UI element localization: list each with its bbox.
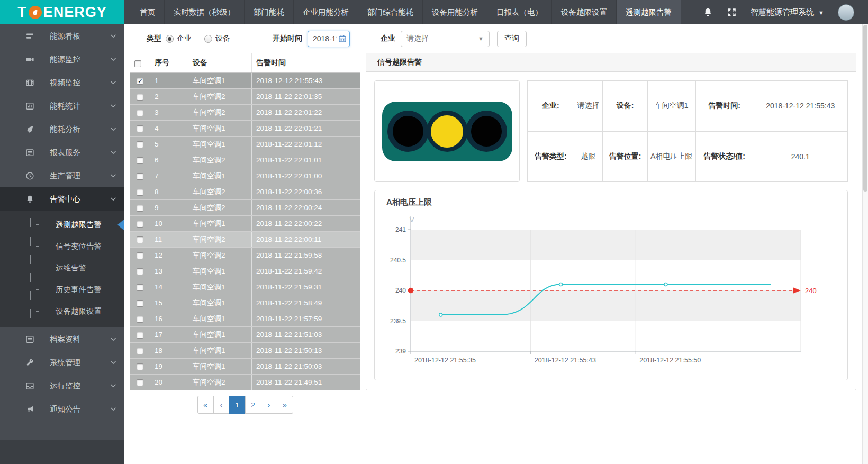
table-row-17[interactable]: 17车间空调12018-11-22 21:51:03: [130, 327, 360, 343]
sidebar-item-4[interactable]: 能耗统计: [0, 94, 124, 117]
sidebar-item-1[interactable]: 能源看板: [0, 24, 124, 48]
scrollbar-thumb[interactable]: [863, 25, 867, 192]
table-row-11[interactable]: 11车间空调22018-11-22 22:00:11: [130, 232, 360, 248]
row-checkbox[interactable]: [137, 173, 143, 180]
cell-device: 车间空调1: [188, 137, 252, 152]
type-radio-1[interactable]: [166, 35, 174, 43]
row-checkbox[interactable]: [137, 125, 143, 132]
type-radio-2[interactable]: [204, 35, 212, 43]
nav-item-4[interactable]: 企业用能分析: [294, 0, 358, 24]
table-row-16[interactable]: 16车间空调12018-11-22 21:57:59: [130, 311, 360, 327]
row-checkbox[interactable]: [137, 110, 143, 116]
logo-text-t: T: [17, 4, 27, 21]
sidebar-item-9[interactable]: 档案资料: [0, 327, 124, 351]
row-checkbox[interactable]: [137, 379, 143, 386]
sidebar-item-5[interactable]: 能耗分析: [0, 117, 124, 141]
cell-device: 车间空调2: [188, 248, 252, 263]
table-row-19[interactable]: 19车间空调12018-11-22 21:50:03: [130, 359, 360, 375]
row-checkbox[interactable]: [137, 268, 143, 275]
nav-item-2[interactable]: 实时数据（秒级）: [165, 0, 245, 24]
cell-no: 17: [150, 327, 188, 343]
table-row-18[interactable]: 18车间空调12018-11-22 21:50:13: [130, 343, 360, 359]
table-row-14[interactable]: 14车间空调12018-11-22 21:59:31: [130, 279, 360, 295]
nav-item-7[interactable]: 日报表（电）: [487, 0, 552, 24]
table-row-12[interactable]: 12车间空调22018-11-22 21:59:58: [130, 248, 360, 263]
sidebar-item-3[interactable]: 视频监控: [0, 71, 124, 94]
table-row-13[interactable]: 13车间空调12018-11-22 21:59:42: [130, 263, 360, 279]
type-radio-label: 设备: [215, 34, 230, 43]
nav-item-1[interactable]: 首页: [131, 0, 165, 24]
sidebar-subitem-4[interactable]: 历史事件告警: [0, 279, 124, 301]
system-title-dropdown[interactable]: 智慧能源管理系统 ▼: [751, 7, 824, 17]
page-button-‹[interactable]: ‹: [213, 396, 230, 414]
sidebar-subitem-2[interactable]: 信号变位告警: [0, 235, 124, 257]
sidebar-item-11[interactable]: 运行监控: [0, 374, 124, 397]
sidebar-subitem-1[interactable]: 遥测越限告警: [0, 214, 124, 235]
sidebar-item-6[interactable]: 报表服务: [0, 141, 124, 164]
table-row-20[interactable]: 20车间空调22018-11-22 21:49:51: [130, 375, 360, 390]
table-row-15[interactable]: 15车间空调12018-11-22 21:58:49: [130, 295, 360, 311]
sidebar-subitem-3[interactable]: 运维告警: [0, 257, 124, 279]
sidebar-item-label: 能耗统计: [50, 101, 80, 111]
table-row-2[interactable]: 2车间空调22018-11-22 22:01:35: [130, 89, 360, 105]
table-row-6[interactable]: 6车间空调22018-11-22 22:01:01: [130, 152, 360, 168]
select-all-checkbox[interactable]: [134, 60, 141, 67]
fullscreen-icon[interactable]: [727, 7, 737, 17]
row-checkbox[interactable]: [137, 94, 143, 101]
page-button-1[interactable]: 1: [229, 396, 246, 414]
sidebar-item-12[interactable]: 通知公告: [0, 397, 124, 421]
sidebar-item-7[interactable]: 生产管理: [0, 164, 124, 187]
sidebar-item-10[interactable]: 系统管理: [0, 351, 124, 374]
sidebar-item-8[interactable]: 告警中心: [0, 187, 124, 211]
cell-device: 车间空调2: [188, 152, 252, 168]
row-checkbox[interactable]: [137, 236, 143, 243]
table-row-3[interactable]: 3车间空调22018-11-22 22:01:22: [130, 105, 360, 121]
enterprise-select[interactable]: 请选择 ▼: [401, 31, 490, 47]
page-button-›[interactable]: ›: [261, 396, 277, 414]
user-avatar[interactable]: [838, 4, 854, 21]
row-checkbox[interactable]: [137, 284, 143, 291]
logo[interactable]: T ENERGY: [0, 0, 124, 24]
page-button-»[interactable]: »: [277, 396, 293, 414]
enterprise-filter-label: 企业: [381, 34, 395, 43]
cell-time: 2018-11-22 21:50:13: [252, 343, 360, 359]
row-checkbox[interactable]: [137, 221, 143, 228]
notification-bell-icon[interactable]: [703, 7, 713, 17]
logo-text-energy: ENERGY: [43, 4, 107, 21]
table-row-1[interactable]: 1车间空调12018-12-12 21:55:43: [130, 73, 360, 89]
cell-device: 车间空调1: [188, 343, 252, 359]
page-button-2[interactable]: 2: [245, 396, 261, 414]
table-row-9[interactable]: 9车间空调22018-11-22 22:00:24: [130, 200, 360, 216]
row-checkbox[interactable]: [137, 300, 143, 307]
row-checkbox[interactable]: [137, 252, 143, 259]
table-row-4[interactable]: 4车间空调12018-11-22 22:01:21: [130, 121, 360, 137]
query-button[interactable]: 查询: [497, 31, 527, 47]
page-button-«[interactable]: «: [197, 396, 214, 414]
row-checkbox[interactable]: [137, 363, 143, 370]
nav-item-6[interactable]: 设备用能分析: [423, 0, 487, 24]
row-checkbox[interactable]: [137, 348, 143, 354]
table-row-8[interactable]: 8车间空调22018-11-22 22:00:36: [130, 184, 360, 200]
row-checkbox[interactable]: [137, 332, 143, 339]
info-value: 请选择: [574, 81, 602, 132]
row-checkbox[interactable]: [137, 141, 143, 148]
sidebar-subitem-5[interactable]: 设备越限设置: [0, 301, 124, 322]
nav-item-5[interactable]: 部门综合能耗: [358, 0, 423, 24]
chevron-down-icon: [110, 195, 117, 203]
table-row-10[interactable]: 10车间空调12018-11-22 22:00:22: [130, 216, 360, 232]
row-checkbox[interactable]: [137, 157, 143, 164]
vertical-scrollbar[interactable]: [862, 24, 868, 464]
calendar-icon[interactable]: [338, 34, 347, 43]
row-checkbox[interactable]: [137, 205, 143, 212]
nav-item-3[interactable]: 部门能耗: [245, 0, 294, 24]
table-row-7[interactable]: 7车间空调12018-11-22 22:01:00: [130, 168, 360, 184]
row-checkbox[interactable]: [137, 78, 143, 85]
nav-item-9[interactable]: 遥测越限告警: [617, 0, 681, 24]
sidebar-item-2[interactable]: 能源监控: [0, 48, 124, 71]
energy-stats-icon: [24, 101, 35, 111]
nav-item-8[interactable]: 设备越限设置: [552, 0, 617, 24]
chevron-down-icon: [110, 32, 117, 40]
row-checkbox[interactable]: [137, 316, 143, 323]
row-checkbox[interactable]: [137, 189, 143, 196]
table-row-5[interactable]: 5车间空调12018-11-22 22:01:12: [130, 137, 360, 152]
